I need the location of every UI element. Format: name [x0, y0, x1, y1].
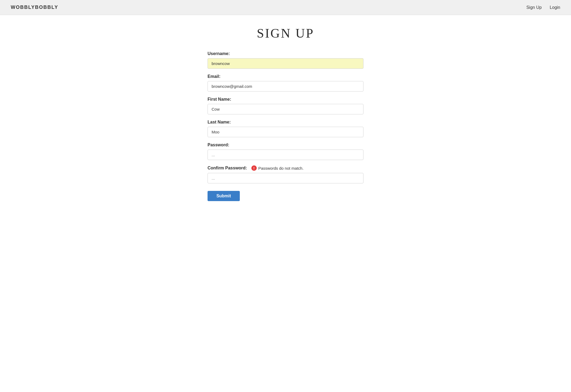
nav-links: Sign Up Login [526, 5, 560, 10]
last-name-input[interactable] [208, 127, 363, 137]
username-group: Username: [208, 51, 363, 69]
password-label: Password: [208, 143, 363, 147]
email-input[interactable] [208, 81, 363, 92]
page-title: Sign Up [257, 26, 314, 41]
username-input[interactable] [208, 58, 363, 69]
password-error-message: ! Passwords do not match. [251, 165, 304, 171]
error-text: Passwords do not match. [258, 166, 304, 170]
email-group: Email: [208, 74, 363, 92]
password-group: Password: [208, 143, 363, 160]
username-label: Username: [208, 51, 363, 56]
nav-signup-link[interactable]: Sign Up [526, 5, 542, 10]
confirm-password-label: Confirm Password: [208, 166, 247, 170]
password-input[interactable] [208, 150, 363, 160]
error-icon: ! [251, 165, 257, 171]
signup-form: Username: Email: First Name: Last Name: … [208, 51, 363, 201]
last-name-label: Last Name: [208, 120, 363, 125]
first-name-label: First Name: [208, 97, 363, 102]
brand-logo: WOBBLYBOBBLY [11, 5, 58, 10]
last-name-group: Last Name: [208, 120, 363, 137]
main-content: Sign Up Username: Email: First Name: Las… [0, 15, 571, 392]
confirm-password-input[interactable] [208, 173, 363, 183]
first-name-input[interactable] [208, 104, 363, 114]
navbar: WOBBLYBOBBLY Sign Up Login [0, 0, 571, 15]
confirm-password-header: Confirm Password: ! Passwords do not mat… [208, 165, 363, 171]
submit-button[interactable]: Submit [208, 191, 240, 201]
first-name-group: First Name: [208, 97, 363, 114]
nav-login-link[interactable]: Login [550, 5, 560, 10]
email-label: Email: [208, 74, 363, 79]
confirm-password-group: Confirm Password: ! Passwords do not mat… [208, 165, 363, 183]
